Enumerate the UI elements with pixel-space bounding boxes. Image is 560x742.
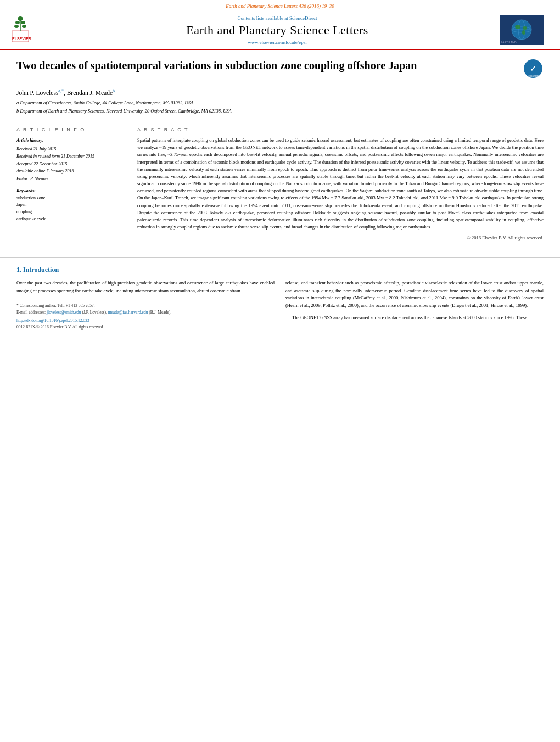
affiliation-b: b Department of Earth and Planetary Scie… — [16, 108, 544, 115]
article-info-header: A R T I C L E I N F O — [16, 127, 117, 132]
crossmark-icon: ✓ CrossMark — [523, 58, 544, 79]
keywords-label: Keywords: — [16, 188, 117, 193]
intro-number: 1. — [16, 266, 21, 274]
received-date: Received 21 July 2015 — [16, 147, 56, 152]
received-revised-date: Received in revised form 21 December 201… — [16, 154, 94, 159]
author-separator: , Brendan J. Meade — [64, 90, 113, 96]
abstract-text: Spatial patterns of interplate coupling … — [137, 137, 544, 231]
intro-body: Over the past two decades, the prolifera… — [16, 280, 544, 331]
author2-super: b — [113, 88, 115, 93]
intro-col2-p1: release, and transient behavior such as … — [285, 280, 544, 309]
keyword-3: coupling — [16, 209, 117, 216]
author1-super: a,* — [58, 88, 64, 93]
intro-col1-p1: Over the past two decades, the prolifera… — [16, 280, 275, 294]
earth-planet-logo: EARTH AND PLANETARY SCIENCE — [500, 15, 544, 45]
earth-logo-area: EARTH AND PLANETARY SCIENCE — [489, 15, 544, 45]
article-info-abstract-section: A R T I C L E I N F O Article history: R… — [16, 122, 544, 241]
affiliation-a: a Department of Geosciences, Smith Colle… — [16, 99, 544, 107]
introduction-section: 1. Introduction Over the past two decade… — [0, 266, 560, 339]
svg-point-13 — [515, 25, 520, 29]
issn-line: 0012-821X/© 2016 Elsevier B.V. All right… — [16, 324, 275, 331]
intro-section-title: 1. Introduction — [16, 266, 544, 274]
article-info-column: A R T I C L E I N F O Article history: R… — [16, 127, 126, 241]
svg-text:✓: ✓ — [530, 64, 536, 73]
article-title-section: Two decades of spatiotemporal variations… — [16, 58, 544, 83]
journal-title-area: Contents lists available at ScienceDirec… — [66, 15, 489, 45]
sciencedirect-text: Contents lists available at ScienceDirec… — [71, 15, 483, 21]
footnote-area: * Corresponding author. Tel.: +1 413 585… — [16, 299, 275, 331]
article-title: Two decades of spatiotemporal variations… — [16, 58, 523, 72]
header-section: ELSEVIER Contents lists available at Sci… — [0, 10, 560, 50]
journal-citation-text: Earth and Planetary Science Letters 436 … — [226, 3, 334, 9]
abstract-paragraph: Spatial patterns of interplate coupling … — [137, 137, 544, 231]
author1-name: John P. Loveless — [16, 90, 58, 96]
accepted-date: Accepted 22 December 2015 — [16, 161, 67, 166]
editor-info: Editor: P. Shearer — [16, 176, 48, 181]
svg-point-14 — [523, 26, 527, 30]
intro-col2-p2: The GEONET GNSS array has measured surfa… — [285, 314, 544, 322]
intro-col2: release, and transient behavior such as … — [285, 280, 544, 331]
svg-point-2 — [18, 16, 23, 21]
elsevier-logo: ELSEVIER — [11, 14, 60, 44]
history-label: Article history: — [16, 137, 117, 144]
authors-line: John P. Lovelessa,*, Brendan J. Meadeb — [16, 88, 544, 96]
page-wrapper: Earth and Planetary Science Letters 436 … — [0, 0, 560, 742]
keyword-4: earthquake cycle — [16, 216, 117, 223]
article-area: Two decades of spatiotemporal variations… — [0, 50, 560, 249]
available-date: Available online 7 January 2016 — [16, 169, 74, 174]
journal-citation-bar: Earth and Planetary Science Letters 436 … — [0, 0, 560, 10]
intro-col1: Over the past two decades, the prolifera… — [16, 280, 275, 331]
svg-text:ELSEVIER: ELSEVIER — [12, 37, 31, 41]
journal-title: Earth and Planetary Science Letters — [71, 23, 483, 37]
sciencedirect-link-text[interactable]: ScienceDirect — [289, 15, 317, 21]
svg-point-4 — [21, 21, 25, 24]
svg-text:EARTH AND: EARTH AND — [501, 41, 517, 44]
section-divider — [0, 257, 560, 258]
intro-title: Introduction — [23, 266, 59, 274]
svg-point-15 — [522, 30, 525, 35]
keywords-section: Keywords: subduction zone Japan coupling… — [16, 188, 117, 223]
copyright-line: © 2016 Elsevier B.V. All rights reserved… — [137, 235, 544, 241]
email1-person: (J.P. Loveless), — [82, 310, 107, 315]
abstract-column: A B S T R A C T Spatial patterns of inte… — [137, 127, 544, 241]
article-history: Article history: Received 21 July 2015 R… — [16, 137, 117, 183]
svg-point-5 — [14, 25, 19, 28]
svg-point-3 — [15, 21, 20, 24]
journal-website[interactable]: www.elsevier.com/locate/epsl — [71, 40, 483, 45]
footnote-email: E-mail addresses: jloveless@smith.edu (J… — [16, 309, 275, 315]
footnote-corresponding: * Corresponding author. Tel.: +1 413 585… — [16, 303, 275, 309]
keyword-2: Japan — [16, 202, 117, 209]
doi-link[interactable]: http://dx.doi.org/10.1016/j.epsl.2015.12… — [16, 317, 275, 324]
crossmark-badge[interactable]: ✓ CrossMark — [523, 58, 544, 80]
email2-link[interactable]: meade@fas.harvard.edu — [108, 310, 148, 315]
email2-person: (B.J. Meade). — [149, 310, 171, 315]
keyword-1: subduction zone — [16, 195, 117, 202]
svg-text:CrossMark: CrossMark — [527, 74, 540, 77]
svg-point-6 — [22, 25, 26, 28]
affiliations: a Department of Geosciences, Smith Colle… — [16, 99, 544, 115]
email1-link[interactable]: jloveless@smith.edu — [47, 310, 81, 315]
elsevier-logo-area: ELSEVIER — [11, 14, 66, 46]
abstract-header: A B S T R A C T — [137, 127, 544, 132]
svg-text:PLANETARY SCIENCE: PLANETARY SCIENCE — [501, 44, 524, 45]
